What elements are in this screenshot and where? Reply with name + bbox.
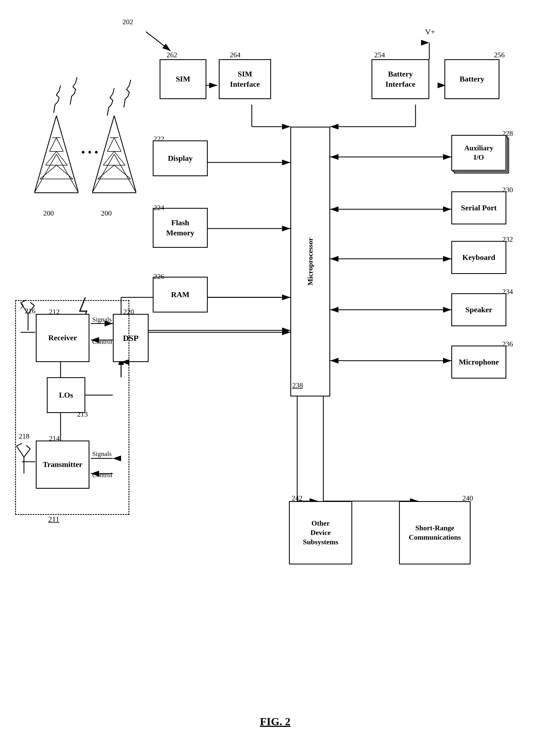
label-254: 254 <box>374 51 385 59</box>
svg-line-38 <box>57 154 79 193</box>
svg-line-44 <box>57 165 73 179</box>
label-236: 236 <box>502 340 513 348</box>
svg-line-43 <box>40 165 57 179</box>
serial-port-box: Serial Port <box>451 191 506 224</box>
label-200b: 200 <box>101 209 112 218</box>
svg-line-46 <box>57 152 67 165</box>
label-224: 224 <box>153 204 164 212</box>
battery-interface-box: Battery Interface <box>372 59 429 99</box>
tower-right-svg <box>92 116 136 204</box>
label-211: 211 <box>48 515 59 524</box>
microphone-box: Microphone <box>451 346 506 379</box>
display-box: Display <box>153 140 208 176</box>
label-228: 228 <box>502 130 513 138</box>
label-238: 238 <box>292 381 303 390</box>
svg-line-53 <box>114 154 136 193</box>
label-234: 234 <box>502 288 513 296</box>
svg-line-58 <box>98 165 114 179</box>
svg-line-63 <box>114 138 121 152</box>
svg-line-45 <box>45 152 57 165</box>
label-200a: 200 <box>43 209 54 218</box>
sim-box: SIM <box>160 59 206 99</box>
label-vplus: V+ <box>425 27 435 36</box>
svg-line-60 <box>103 152 114 165</box>
label-230: 230 <box>502 186 513 194</box>
microprocessor-box: Microprocessor <box>290 127 330 396</box>
rf-subsystem-box <box>15 300 129 515</box>
tower-left-svg <box>35 116 79 204</box>
short-range-box: Short-Range Communications <box>399 501 471 565</box>
label-222: 222 <box>153 135 164 143</box>
svg-line-62 <box>107 138 114 152</box>
svg-line-52 <box>92 154 114 193</box>
svg-line-6 <box>146 32 171 51</box>
svg-line-47 <box>49 138 57 152</box>
keyboard-box: Keyboard <box>451 241 506 274</box>
svg-line-61 <box>114 152 125 165</box>
speaker-box: Speaker <box>451 293 506 326</box>
sim-interface-box: SIM Interface <box>219 59 271 99</box>
label-226: 226 <box>153 273 164 281</box>
other-device-box: Other Device Subsystems <box>289 501 352 565</box>
label-242: 242 <box>292 494 303 502</box>
label-256: 256 <box>494 51 505 59</box>
svg-line-37 <box>35 154 57 193</box>
flash-memory-box: Flash Memory <box>153 208 208 248</box>
svg-line-48 <box>57 138 63 152</box>
label-240: 240 <box>462 494 473 502</box>
svg-line-59 <box>114 165 131 179</box>
label-264: 264 <box>230 51 241 59</box>
diagram: 202 • • • 200 <box>0 0 560 750</box>
label-202: 202 <box>122 18 133 26</box>
ram-box: RAM <box>153 277 208 313</box>
label-262: 262 <box>166 51 177 59</box>
label-232: 232 <box>502 235 513 244</box>
fig-label: FIG. 2 <box>234 715 316 728</box>
battery-box: Battery <box>444 59 499 99</box>
